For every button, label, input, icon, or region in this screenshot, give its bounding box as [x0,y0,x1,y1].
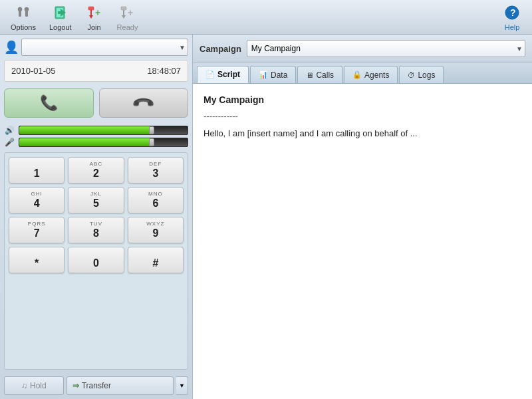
time-display: 18:48:07 [147,66,181,76]
svg-text:+: + [95,7,100,18]
ready-icon: + [118,3,136,22]
main-content: 👤 ▼ 2010-01-05 18:48:07 📞 📞 [0,35,532,399]
dialpad-key-#[interactable]: # [128,247,184,273]
options-button[interactable]: Options [5,1,41,34]
tab-label-script: Script [217,70,240,79]
script-body: Hello, I am [insert name] and I am calli… [203,127,521,140]
left-panel: 👤 ▼ 2010-01-05 18:48:07 📞 📞 [0,35,193,399]
content-area: My Campaign ------------ Hello, I am [in… [193,84,532,399]
transfer-dropdown-button[interactable]: ▼ [176,376,188,395]
tab-label-calls: Calls [316,70,334,80]
ready-button[interactable]: + Ready [112,1,144,34]
options-label: Options [11,23,36,31]
speaker-thumb [149,126,154,134]
join-icon: + [85,3,104,22]
dialpad: 1ABC2DEF3GHI4JKL5MNO6PQRS7TUV8WXYZ9*0# [4,152,188,370]
dialpad-key-8[interactable]: TUV8 [68,217,124,243]
agent-row: 👤 ▼ [4,39,188,56]
mic-track[interactable] [19,138,188,147]
agent-select[interactable] [21,39,188,56]
logout-label: Logout [49,23,72,31]
hangup-icon: 📞 [131,90,156,115]
svg-marker-9 [89,15,93,19]
speaker-track[interactable] [19,126,188,135]
bottom-bar: ♫ Hold ⇒ Transfer ▼ [4,376,188,395]
tab-icon-calls: 🖥 [306,71,313,79]
dialpad-key-0[interactable]: 0 [68,247,124,273]
speaker-fill [19,126,154,134]
join-label: Join [87,23,100,31]
transfer-button[interactable]: ⇒ Transfer [66,376,174,395]
speaker-icon: 🔊 [4,126,15,135]
dialpad-key-6[interactable]: MNO6 [128,187,184,213]
tab-label-logs: Logs [418,70,435,80]
tab-icon-data: 📊 [259,70,268,79]
speaker-slider-row: 🔊 [4,126,188,135]
dialpad-key-2[interactable]: ABC2 [68,157,124,184]
dialpad-key-9[interactable]: WXYZ9 [128,217,184,243]
svg-text:?: ? [510,7,516,18]
agent-icon: 👤 [4,40,19,55]
dialpad-key-4[interactable]: GHI4 [9,187,65,213]
tab-script[interactable]: 📄Script [197,66,249,83]
campaign-select[interactable]: My Campaign [247,40,525,57]
tab-logs[interactable]: ⏱Logs [399,66,444,83]
tab-icon-agents: 🔒 [352,70,362,79]
script-title: My Campaign [203,93,521,107]
help-icon: ? [503,3,521,22]
agent-dropdown-wrapper: ▼ [21,39,188,56]
dialpad-key-*[interactable]: * [9,247,65,273]
options-icon [14,3,33,22]
logout-button[interactable]: Logout [44,1,77,34]
tab-agents[interactable]: 🔒Agents [344,66,398,83]
sliders: 🔊 🎤 [4,126,188,147]
answer-icon: 📞 [40,94,58,112]
dialpad-key-3[interactable]: DEF3 [128,157,184,184]
svg-text:+: + [128,7,133,18]
campaign-select-wrapper: My Campaign ▼ [247,40,525,57]
dialpad-key-1[interactable]: 1 [9,157,65,184]
transfer-label: Transfer [82,381,111,390]
tab-icon-script: 📄 [205,70,215,79]
hold-button[interactable]: ♫ Hold [4,376,64,395]
join-button[interactable]: + Join [80,1,109,34]
campaign-label: Campaign [200,44,241,54]
transfer-icon: ⇒ [72,381,79,390]
hangup-button[interactable]: 📞 [99,88,189,118]
svg-rect-3 [25,10,28,17]
dialpad-key-5[interactable]: JKL5 [68,187,124,213]
tab-data[interactable]: 📊Data [250,66,296,83]
right-panel: Campaign My Campaign ▼ 📄Script📊Data🖥Call… [193,35,532,399]
mic-slider-row: 🎤 [4,138,188,147]
datetime-row: 2010-01-05 18:48:07 [4,60,188,82]
svg-marker-13 [122,15,126,19]
svg-rect-7 [88,7,94,10]
tab-label-data: Data [271,70,287,80]
svg-rect-11 [121,7,126,10]
svg-rect-2 [19,10,21,17]
tab-calls[interactable]: 🖥Calls [297,66,342,83]
toolbar: Options Logout + Join [0,0,532,35]
mic-icon: 🎤 [4,138,15,147]
answer-button[interactable]: 📞 [4,88,94,118]
hold-icon: ♫ [21,381,27,390]
help-button[interactable]: ? Help [497,1,527,34]
call-buttons: 📞 📞 [4,88,188,118]
tabs: 📄Script📊Data🖥Calls🔒Agents⏱Logs [193,63,532,84]
mic-thumb [149,138,154,146]
date-display: 2010-01-05 [11,66,56,76]
hold-label: Hold [30,381,47,390]
mic-fill [19,138,154,146]
dialpad-key-7[interactable]: PQRS7 [9,217,65,243]
tab-label-agents: Agents [364,70,389,80]
ready-label: Ready [117,23,138,31]
script-divider: ------------ [203,110,521,123]
help-label: Help [505,23,520,31]
logout-icon [51,3,70,22]
campaign-row: Campaign My Campaign ▼ [193,35,532,63]
tab-icon-logs: ⏱ [408,71,415,79]
dialpad-grid: 1ABC2DEF3GHI4JKL5MNO6PQRS7TUV8WXYZ9*0# [9,157,184,273]
